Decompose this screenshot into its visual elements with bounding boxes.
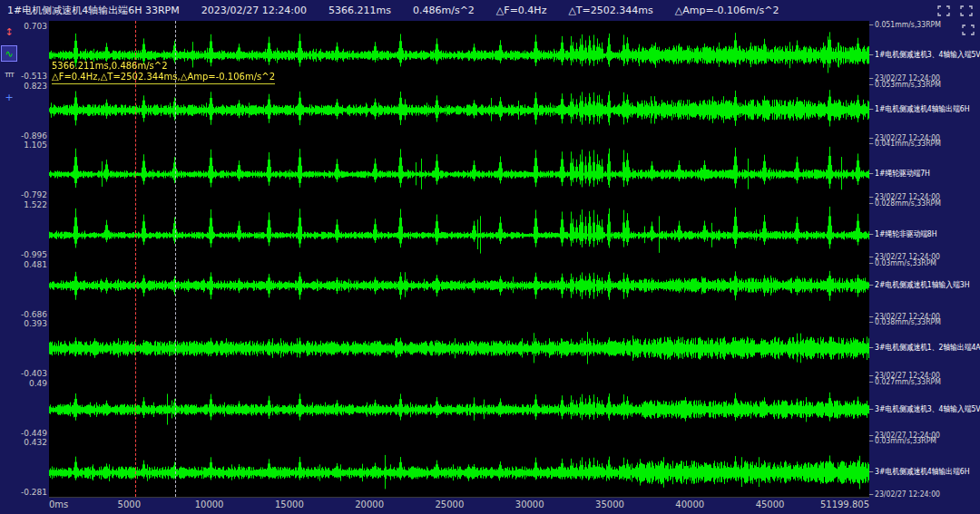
channel-name-ch8[interactable]: 3#电机侧减速机4轴输出端6H (869, 467, 970, 476)
y-scale-column: 0.703-0.5130.823-0.8961.105-0.7921.522-0… (18, 21, 49, 497)
right-axis-tick (869, 203, 873, 204)
channel-rms-ch5: 0.03mm/s,33RPM (869, 258, 936, 267)
channel-rms-ch7: 0.027mm/s,33RPM (869, 377, 941, 386)
x-axis: 0ms5000100001500020000250003000035000400… (18, 497, 980, 514)
right-axis-tick (869, 78, 873, 79)
x-tick-10000: 10000 (195, 499, 224, 509)
channel-name-ch3-text: 1#绳轮驱动端7H (875, 169, 930, 178)
harmonic-cursor-icon[interactable]: TTT (1, 67, 17, 83)
channel-rms-ch3: 0.041mm/s,33RPM (869, 139, 941, 148)
channel-name-ch4-text: 1#绳轮非驱动端8H (875, 229, 937, 238)
right-axis-tick (869, 494, 873, 495)
x-tick-25000: 25000 (436, 499, 465, 509)
y-scale-max-ch8: 0.432 (24, 438, 47, 447)
delta-cursor-line[interactable] (175, 21, 176, 497)
header-delta-time: △T=2502.344ms (568, 5, 652, 16)
channel-label-column: 0.051mm/s,33RPM1#电机侧减速机3、4轴输入端5V23/02/27… (869, 21, 980, 497)
waveform-tool-icon[interactable]: ∿ (1, 45, 17, 62)
y-scale-min-ch8: -0.281 (21, 488, 47, 497)
channel-name-ch1-text: 1#电机侧减速机3、4轴输入端5V (875, 50, 980, 59)
channel-rms-ch1-text: 0.051mm/s,33RPM (875, 20, 941, 29)
y-scale-min-ch2: -0.896 (21, 131, 47, 141)
channel-name-ch1[interactable]: 1#电机侧减速机3、4轴输入端5V (869, 50, 980, 59)
channel-rms-ch7-text: 0.027mm/s,33RPM (875, 377, 941, 386)
x-tick-51199.805: 51199.805 (820, 499, 869, 509)
right-axis-tick (869, 54, 873, 55)
restore-plot-icon[interactable] (959, 23, 977, 37)
pan-vertical-icon[interactable]: ↕ (1, 24, 17, 40)
x-tick-5000: 5000 (118, 499, 141, 509)
right-axis-tick (869, 24, 873, 25)
right-axis-tick (869, 263, 873, 264)
channel-name-ch6[interactable]: 3#电机侧减速机1、2轴输出端4A (869, 343, 980, 352)
right-axis-tick (869, 322, 873, 323)
header-bar: 1#电机侧减速机4轴输出端6H 33RPM 2023/02/27 12:24:0… (0, 0, 980, 21)
channel-name-ch3[interactable]: 1#绳轮驱动端7H (869, 169, 930, 178)
right-axis-tick (869, 234, 873, 235)
y-scale-max-ch5: 0.481 (24, 260, 47, 269)
selected-channel-title: 1#电机侧减速机4轴输出端6H 33RPM (7, 4, 180, 17)
right-axis-tick (869, 257, 873, 257)
header-datetime: 2023/02/27 12:24:00 (201, 5, 307, 16)
right-axis-tick (869, 441, 873, 441)
channel-rms-ch2-text: 0.053mm/s,33RPM (875, 80, 941, 89)
right-axis-tick (869, 471, 873, 472)
y-scale-max-ch7: 0.49 (29, 379, 47, 388)
channel-name-ch7[interactable]: 3#电机侧减速机3、4轴输入端5V (869, 404, 980, 413)
pan-vertical-icon-glyph: ↕ (5, 26, 13, 38)
y-scale-max-ch2: 0.823 (24, 82, 47, 91)
x-tick-20000: 20000 (355, 499, 384, 509)
y-scale-min-ch7: -0.449 (21, 429, 47, 438)
right-axis-tick (869, 197, 873, 198)
channel-rms-ch8: 0.03mm/s,33RPM (869, 436, 936, 445)
header-cursor-time: 5366.211ms (328, 5, 391, 16)
channel-name-ch2[interactable]: 1#电机侧减速机4轴输出端6H (869, 104, 970, 113)
channel-rms-ch8-text: 0.03mm/s,33RPM (875, 436, 936, 445)
channel-rms-ch6: 0.038mm/s,33RPM (869, 317, 941, 326)
y-scale-min-ch4: -0.995 (21, 250, 47, 259)
x-tick-15000: 15000 (275, 499, 304, 509)
channel-name-ch5[interactable]: 2#电机侧减速机1轴输入端3H (869, 280, 970, 289)
channel-rms-ch6-text: 0.038mm/s,33RPM (875, 317, 941, 326)
plot-region: 0.703-0.5130.823-0.8961.105-0.7921.522-0… (18, 21, 980, 514)
right-axis-tick (869, 173, 873, 174)
y-scale-max-ch4: 1.522 (24, 200, 47, 209)
right-axis-tick (869, 109, 873, 110)
waveform-tool-icon-glyph: ∿ (5, 48, 13, 60)
header-delta-amplitude: △Amp=-0.106m/s^2 (675, 5, 779, 16)
x-tick-30000: 30000 (515, 499, 544, 509)
y-scale-min-ch5: -0.686 (21, 310, 47, 319)
waveform-canvas[interactable] (49, 21, 869, 497)
channel-name-ch4[interactable]: 1#绳轮非驱动端8H (869, 229, 937, 238)
pop-out-icon[interactable] (935, 4, 953, 18)
y-scale-max-ch1: 0.703 (24, 22, 47, 31)
y-scale-min-ch1: -0.513 (21, 72, 47, 81)
right-axis-tick (869, 375, 873, 376)
x-tick-35000: 35000 (595, 499, 624, 509)
channel-name-ch7-text: 3#电机侧减速机3、4轴输入端5V (875, 404, 980, 413)
tool-sidebar: ↕∿TTT+ (0, 21, 18, 514)
y-scale-max-ch3: 1.105 (24, 141, 47, 150)
annotation-delta-readout: △F=0.4Hz,△T=2502.344ms,△Amp=-0.106m/s^2 (52, 72, 275, 84)
y-scale-min-ch6: -0.403 (21, 369, 47, 378)
right-axis-tick (869, 347, 873, 348)
header-cursor-amplitude: 0.486m/s^2 (413, 5, 475, 16)
harmonic-cursor-icon-glyph: TTT (5, 72, 14, 79)
channel-rms-ch1: 0.051mm/s,33RPM (869, 20, 941, 29)
move-tool-icon-glyph: + (5, 92, 13, 103)
maximize-icon[interactable] (957, 4, 975, 18)
right-axis-tick (869, 84, 873, 85)
channel-name-ch2-text: 1#电机侧减速机4轴输出端6H (875, 104, 969, 113)
primary-cursor-line[interactable] (135, 21, 136, 497)
right-axis-tick (869, 285, 873, 286)
x-tick-40000: 40000 (675, 499, 704, 509)
right-axis-tick (869, 143, 873, 144)
channel-name-ch5-text: 2#电机侧减速机1轴输入端3H (875, 280, 969, 289)
move-tool-icon[interactable]: + (1, 89, 17, 105)
channel-name-ch6-text: 3#电机侧减速机1、2轴输出端4A (875, 343, 980, 352)
y-scale-min-ch3: -0.792 (21, 190, 47, 199)
header-delta-frequency: △F=0.4Hz (496, 5, 547, 16)
y-scale-max-ch6: 0.393 (24, 319, 47, 328)
waveform-plot[interactable]: 5366.211ms,0.486m/s^2 △F=0.4Hz,△T=2502.3… (49, 21, 869, 498)
channel-rms-ch4: 0.028mm/s,33RPM (869, 199, 941, 208)
